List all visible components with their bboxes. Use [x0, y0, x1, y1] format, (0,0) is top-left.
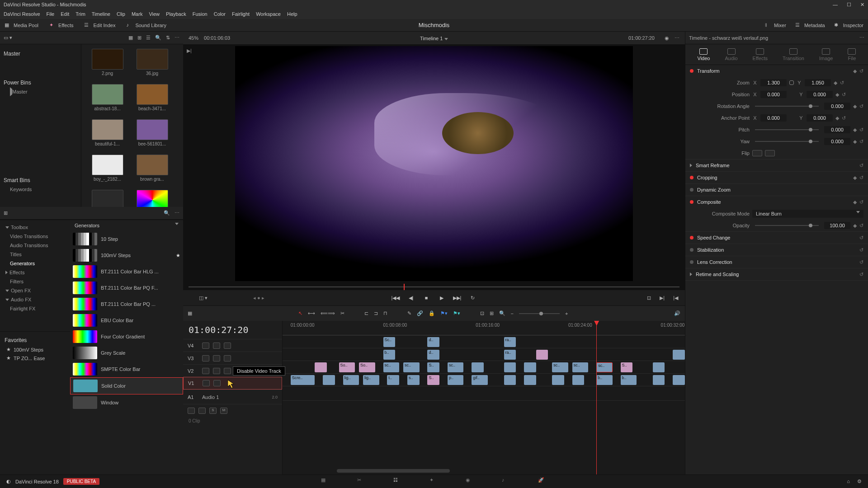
generator-item[interactable]: Solid Color	[70, 377, 183, 394]
thumbnail[interactable]: 2.png	[86, 49, 129, 82]
viewer-zoom[interactable]: 45%	[189, 35, 198, 41]
menu-fairlight[interactable]: Fairlight	[232, 11, 250, 17]
clip[interactable]: b..	[383, 350, 396, 360]
pitch-slider[interactable]	[755, 129, 819, 130]
stop-button[interactable]: ■	[422, 293, 431, 302]
clip[interactable]	[472, 362, 484, 372]
favorite-item[interactable]: ★100mV Steps	[5, 345, 66, 354]
fx-options-icon[interactable]: ⋯	[175, 210, 179, 216]
thumbnail[interactable]: clapperboa...	[86, 190, 129, 207]
trim-tool[interactable]: ⟷	[308, 310, 315, 316]
enable-icon[interactable]	[224, 343, 231, 349]
fx-search-icon[interactable]: 🔍	[164, 210, 170, 216]
step-fwd-icon[interactable]: ▶|	[660, 295, 665, 301]
bin-smart[interactable]: Smart Bins	[4, 177, 77, 183]
fairlight-page-icon[interactable]: ♪	[502, 477, 511, 486]
generator-item[interactable]: BT.2111 Color Bar HLG ...	[70, 263, 183, 280]
mute-icon[interactable]: 🔊	[674, 310, 680, 316]
auto-select-icon[interactable]	[213, 343, 220, 349]
clip[interactable]: sc..	[596, 362, 613, 372]
clip[interactable]: S..	[427, 375, 439, 385]
clip[interactable]: Sc..	[383, 337, 396, 347]
match-frame-icon[interactable]: ⊡	[647, 295, 651, 301]
viewer-bypass-icon[interactable]: ◉	[665, 35, 669, 41]
speed-header[interactable]: Speed Change	[697, 235, 856, 240]
collapse-icon[interactable]	[175, 223, 179, 225]
thumbnail[interactable]: 36.jpg	[131, 49, 174, 82]
clip[interactable]: sc..	[572, 362, 589, 372]
pos-y[interactable]: 0.000	[807, 91, 833, 98]
menu-edit[interactable]: Edit	[61, 11, 69, 17]
track-v2[interactable]: V2 Disable Video Track	[183, 364, 282, 377]
insert-icon[interactable]: ⊏	[364, 310, 368, 316]
clip[interactable]: So..	[339, 362, 355, 372]
close-button[interactable]: ✕	[860, 2, 864, 8]
menu-file[interactable]: File	[47, 11, 55, 17]
composite-header[interactable]: Composite	[697, 199, 849, 205]
overwrite-icon[interactable]: ⊐	[374, 310, 378, 316]
clip[interactable]: sc..	[552, 362, 568, 372]
rotation-slider[interactable]	[755, 106, 819, 107]
nav-generators[interactable]: Generators	[0, 259, 70, 268]
home-icon[interactable]: ⌂	[847, 479, 850, 484]
clip[interactable]: sc..	[383, 362, 400, 372]
zoom-x[interactable]: 1.300	[760, 79, 787, 86]
tl-zoom-fit-icon[interactable]: ⊞	[490, 310, 494, 316]
track-a1[interactable]: A1Audio 12.0	[183, 389, 282, 404]
anchor-y[interactable]: 0.000	[807, 114, 833, 122]
cropping-header[interactable]: Cropping	[697, 175, 849, 180]
thumbnail[interactable]: beautiful-1...	[86, 119, 129, 153]
clip[interactable]: b..	[621, 375, 637, 385]
flag-cyan[interactable]: ⚑▾	[453, 310, 460, 316]
clip[interactable]: b..	[596, 375, 613, 385]
timeline-body[interactable]: 01:00:00:0001:00:08:0001:00:16:0001:00:2…	[283, 321, 685, 474]
thumbnail[interactable]: boy_-_2182...	[86, 155, 129, 188]
menu-view[interactable]: View	[149, 11, 160, 17]
clip[interactable]: d..	[427, 350, 439, 360]
menu-davinci-resolve[interactable]: DaVinci Resolve	[4, 11, 40, 17]
play-button[interactable]: ▶	[437, 293, 446, 302]
zoom-y[interactable]: 1.050	[805, 79, 831, 86]
clip[interactable]	[653, 362, 665, 372]
color-page-icon[interactable]: ◉	[466, 477, 475, 486]
clip[interactable]: lig..	[343, 375, 359, 385]
rotation-val[interactable]: 0.000	[824, 103, 850, 110]
tl-zoom-in[interactable]: +	[565, 311, 568, 316]
chevron-right-icon[interactable]	[690, 164, 692, 167]
loop-button[interactable]: ↻	[468, 293, 477, 302]
clip[interactable]: Scre..	[291, 375, 315, 385]
mixer-button[interactable]: ⫴Mixer	[765, 22, 786, 28]
nav-filters[interactable]: Filters	[0, 277, 70, 286]
retime-header[interactable]: Retime and Scaling	[696, 272, 856, 277]
in-out-dropdown[interactable]: ◫ ▾	[199, 295, 208, 301]
lock-icon[interactable]	[202, 343, 209, 349]
favorite-item[interactable]: ★TP ZO... Ease	[5, 354, 66, 362]
timeline-scrollbar[interactable]	[337, 469, 450, 473]
thumbnail[interactable]: beach-3471...	[131, 84, 174, 117]
clip[interactable]	[673, 375, 685, 385]
clip[interactable]	[552, 375, 564, 385]
dynamic-zoom-header[interactable]: Dynamic Zoom	[697, 187, 863, 192]
clip[interactable]: sc..	[448, 362, 464, 372]
view-strip-icon[interactable]: ☰	[146, 35, 151, 41]
clip[interactable]: gif..	[472, 375, 488, 385]
link-tool[interactable]: 🔗	[417, 310, 423, 316]
lock-icon[interactable]	[203, 380, 210, 386]
nav-toolbox[interactable]: Toolbox	[0, 223, 70, 232]
keyframe-icon[interactable]: ◆	[853, 68, 857, 74]
inspector-tab-transition[interactable]: Transition	[783, 48, 804, 61]
step-forward-icon[interactable]: ▶|	[187, 48, 192, 54]
fusion-page-icon[interactable]: ✦	[429, 477, 439, 486]
track-a1-controls[interactable]: SM	[183, 404, 282, 417]
bin-dropdown[interactable]: ▭ ▾	[4, 35, 12, 41]
menu-color[interactable]: Color	[214, 11, 226, 17]
viewer-canvas[interactable]	[235, 46, 633, 281]
reset-icon[interactable]: ↺	[859, 68, 863, 74]
solo-button[interactable]: S	[209, 408, 217, 414]
menu-clip[interactable]: Clip	[117, 11, 125, 17]
media-page-icon[interactable]: ▦	[321, 477, 330, 486]
clip[interactable]: ra..	[504, 350, 516, 360]
clip[interactable]: lig..	[363, 375, 379, 385]
clip[interactable]: So..	[359, 362, 375, 372]
effects-button[interactable]: ✦Effects	[49, 22, 73, 28]
